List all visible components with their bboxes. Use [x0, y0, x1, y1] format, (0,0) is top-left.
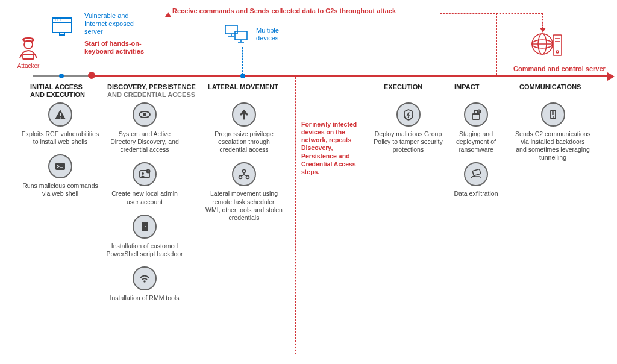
eye-icon: [133, 102, 157, 127]
item-text: Lateral movement using remote task sched…: [205, 190, 283, 222]
attacker-label: Attacker: [13, 63, 43, 69]
svg-rect-33: [142, 222, 148, 231]
svg-point-35: [143, 280, 146, 283]
terminal-icon: [48, 154, 72, 178]
item: Sends C2 communications via installed ba…: [515, 102, 590, 162]
devices-label: Multiple devices: [256, 27, 298, 42]
user-badge-icon: !: [133, 162, 157, 186]
globe-server-icon: [529, 29, 565, 59]
item: Installation of RMM tools: [105, 266, 184, 302]
timeline-server-dot: [59, 74, 64, 78]
col-head-discovery: DISCOVERY, PERSISTENCE AND CREDENTIAL AC…: [107, 83, 204, 99]
svg-text:!: !: [148, 169, 148, 173]
col-impact: ! Staging and deployment of ransomware D…: [443, 102, 509, 207]
c2-dash-mid: [496, 13, 497, 75]
col-head-text: DISCOVERY, PERSISTENCE: [107, 83, 196, 90]
timeline-devices-dot: [240, 74, 245, 78]
svg-point-7: [60, 20, 61, 21]
repeat-note: For newly infected devices on the networ…: [301, 121, 368, 176]
col-head-text-2: AND EXECUTION: [30, 91, 85, 98]
svg-rect-25: [55, 163, 65, 170]
c2-arrow-down: [540, 28, 546, 33]
item-text: Data exfiltration: [443, 190, 509, 198]
item: Installation of customed PowerShell scri…: [105, 215, 184, 258]
devices-node: [223, 23, 251, 47]
c2-dash-left: [168, 16, 168, 75]
network-nodes-icon: [232, 162, 256, 186]
item: Exploits RCE vulnerabilities to install …: [21, 102, 99, 146]
attacker-icon: [14, 33, 42, 60]
col-lateral: Progressive privilege escalation through…: [205, 102, 283, 230]
c2-dash-right: [542, 13, 543, 29]
item: Progressive privilege escalation through…: [205, 102, 283, 154]
svg-rect-10: [235, 31, 247, 40]
arrow-up-icon: [232, 102, 256, 127]
hand-card-icon: [464, 162, 488, 186]
item-text: Create new local admin user account: [105, 190, 184, 206]
col-head-sub: AND CREDENTIAL ACCESS: [107, 91, 204, 99]
server-comm-icon: [541, 102, 565, 127]
svg-point-34: [145, 226, 146, 227]
c2-arrow-up: [165, 12, 171, 17]
svg-text:!: !: [478, 110, 479, 113]
attack-chain-diagram: Attacker Vulnerable and Internet exposed…: [0, 0, 617, 364]
col-head-text: INITIAL ACCESS: [30, 83, 83, 90]
col-exec: Deploy malicious Group Policy to tamper …: [374, 102, 443, 162]
browser-window-icon: [51, 17, 73, 36]
c2-flow-label: Receive commands and Sends collected dat…: [172, 7, 437, 15]
timeline-start: [88, 72, 95, 79]
item-text: Exploits RCE vulnerabilities to install …: [21, 130, 99, 146]
start-hands-on-label: Start of hands-on-keyboard activities: [84, 40, 163, 55]
item-text: Progressive privilege escalation through…: [205, 130, 283, 154]
svg-point-46: [553, 116, 554, 118]
warning-triangle-icon: [48, 102, 72, 127]
server-node: [51, 17, 73, 37]
svg-rect-24: [60, 118, 61, 119]
item: Lateral movement using remote task sched…: [205, 162, 283, 222]
shield-bolt-icon: [396, 102, 421, 127]
c2-server-label: Command and control server: [513, 65, 606, 72]
door-icon: [133, 215, 157, 239]
phase-sep-2: [371, 77, 371, 354]
svg-rect-8: [60, 33, 64, 35]
server-dash: [61, 37, 61, 74]
devices-dash: [242, 47, 243, 75]
svg-rect-39: [472, 114, 480, 119]
item-text: System and Active Directory Discovery, a…: [105, 130, 184, 154]
svg-point-28: [143, 113, 146, 116]
item: Data exfiltration: [443, 162, 509, 198]
item-text: Installation of customed PowerShell scri…: [105, 242, 184, 258]
svg-rect-19: [553, 35, 562, 55]
server-label: Vulnerable and Internet exposed server: [84, 12, 151, 36]
item: ! Staging and deployment of ransomware: [443, 102, 509, 154]
c2-server-node: [529, 29, 565, 60]
phase-sep-1: [295, 77, 296, 354]
attacker-node: Attacker: [13, 33, 43, 69]
col-head-lateral: LATERAL MOVEMENT: [208, 83, 278, 91]
item: System and Active Directory Discovery, a…: [105, 102, 184, 154]
col-discovery: System and Active Directory Discovery, a…: [105, 102, 184, 310]
col-head-impact: IMPACT: [454, 83, 479, 91]
item-text: Installation of RMM tools: [105, 294, 184, 302]
timeline-arrowhead: [607, 72, 615, 81]
svg-rect-9: [225, 25, 237, 34]
multiple-devices-icon: [223, 23, 251, 46]
timeline-main: [90, 75, 609, 77]
item: ! Create new local admin user account: [105, 162, 184, 206]
item: Deploy malicious Group Policy to tamper …: [374, 102, 443, 154]
lock-alert-icon: !: [464, 102, 488, 127]
col-initial: Exploits RCE vulnerabilities to install …: [21, 102, 99, 207]
c2-dash-top: [440, 13, 543, 14]
svg-point-22: [556, 51, 559, 53]
col-head-initial: INITIAL ACCESS AND EXECUTION: [30, 83, 102, 99]
svg-point-36: [243, 170, 246, 173]
svg-rect-42: [472, 169, 481, 176]
svg-point-6: [57, 20, 58, 21]
svg-rect-23: [60, 113, 61, 116]
svg-point-5: [55, 20, 56, 21]
svg-rect-2: [23, 54, 34, 59]
item: Runs malicious commands via web shell: [21, 154, 99, 198]
wifi-icon: [133, 266, 157, 290]
item-text: Staging and deployment of ransomware: [443, 130, 509, 154]
item-text: Runs malicious commands via web shell: [21, 182, 99, 198]
